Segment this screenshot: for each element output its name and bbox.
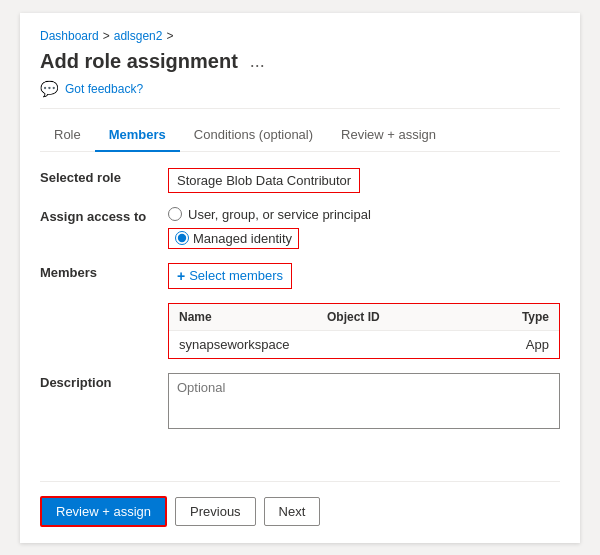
table-row: synapseworkspace App: [169, 331, 559, 358]
option-managed-identity[interactable]: Managed identity: [168, 228, 371, 249]
members-table: Name Object ID Type synapseworkspace App: [168, 303, 560, 359]
feedback-row[interactable]: 💬 Got feedback?: [40, 80, 560, 109]
row-type: App: [475, 337, 549, 352]
review-assign-button[interactable]: Review + assign: [40, 496, 167, 527]
tab-role[interactable]: Role: [40, 119, 95, 152]
access-options: User, group, or service principal Manage…: [168, 207, 371, 249]
footer: Review + assign Previous Next: [40, 481, 560, 527]
breadcrumb-dashboard[interactable]: Dashboard: [40, 29, 99, 43]
breadcrumb-sep2: >: [166, 29, 173, 43]
description-input[interactable]: [168, 373, 560, 429]
col-header-objectid: Object ID: [327, 310, 475, 324]
tabs: Role Members Conditions (optional) Revie…: [40, 119, 560, 152]
radio-managed-identity[interactable]: [175, 231, 189, 245]
row-name: synapseworkspace: [179, 337, 327, 352]
breadcrumb-adlsgen2[interactable]: adlsgen2: [114, 29, 163, 43]
col-header-name: Name: [179, 310, 327, 324]
previous-button[interactable]: Previous: [175, 497, 256, 526]
next-button[interactable]: Next: [264, 497, 321, 526]
members-row: Members + Select members: [40, 263, 560, 289]
plus-icon: +: [177, 268, 185, 284]
breadcrumb-sep1: >: [103, 29, 110, 43]
assign-access-row: Assign access to User, group, or service…: [40, 207, 560, 249]
tab-review[interactable]: Review + assign: [327, 119, 450, 152]
radio-user-group[interactable]: [168, 207, 182, 221]
title-row: Add role assignment ...: [40, 49, 560, 74]
page-title: Add role assignment: [40, 50, 238, 73]
option-user-group[interactable]: User, group, or service principal: [168, 207, 371, 222]
tab-members[interactable]: Members: [95, 119, 180, 152]
option-user-group-label: User, group, or service principal: [188, 207, 371, 222]
selected-role-value: Storage Blob Data Contributor: [168, 168, 360, 193]
form-section: Selected role Storage Blob Data Contribu…: [40, 168, 560, 463]
assign-access-label: Assign access to: [40, 207, 160, 224]
feedback-icon: 💬: [40, 80, 59, 98]
breadcrumb: Dashboard > adlsgen2 >: [40, 29, 560, 43]
more-options-button[interactable]: ...: [246, 49, 269, 74]
tab-conditions[interactable]: Conditions (optional): [180, 119, 327, 152]
table-header: Name Object ID Type: [169, 304, 559, 331]
main-panel: Dashboard > adlsgen2 > Add role assignme…: [20, 13, 580, 543]
select-members-label: Select members: [189, 268, 283, 283]
col-header-type: Type: [475, 310, 549, 324]
selected-role-label: Selected role: [40, 168, 160, 185]
option-managed-identity-label: Managed identity: [193, 231, 292, 246]
select-members-button[interactable]: + Select members: [168, 263, 292, 289]
members-label: Members: [40, 263, 160, 280]
feedback-label: Got feedback?: [65, 82, 143, 96]
description-row: Description: [40, 373, 560, 429]
selected-role-row: Selected role Storage Blob Data Contribu…: [40, 168, 560, 193]
row-objectid: [327, 337, 475, 352]
description-label: Description: [40, 373, 160, 390]
